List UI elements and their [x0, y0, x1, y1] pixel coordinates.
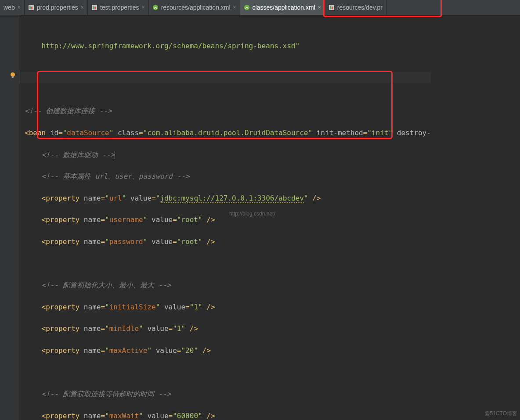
- comment-create-db: <!-- 创建数据库连接 -->: [25, 107, 112, 115]
- svg-rect-10: [332, 7, 333, 9]
- svg-point-11: [11, 72, 15, 77]
- svg-rect-9: [330, 6, 331, 9]
- comment-basic-props: <!-- 基本属性 url、user、password -->: [42, 172, 190, 180]
- tab-web[interactable]: web ×: [0, 0, 25, 15]
- intention-bulb-icon[interactable]: [10, 72, 16, 78]
- file-label: resources/application.xml: [161, 4, 231, 11]
- close-icon[interactable]: ×: [318, 4, 321, 11]
- schema-url: http://www.springframework.org/schema/be…: [42, 42, 300, 50]
- file-label: test.properties: [100, 4, 139, 11]
- code-editor[interactable]: http://www.springframework.org/schema/be…: [0, 15, 520, 420]
- properties-file-icon: [91, 4, 98, 11]
- tab-test-properties[interactable]: test.properties ×: [88, 0, 149, 15]
- spring-xml-icon: [244, 4, 250, 11]
- file-label: classes/application.xml: [253, 4, 315, 11]
- svg-rect-2: [31, 7, 32, 9]
- svg-rect-5: [94, 7, 96, 9]
- file-label: resources/dev.pr: [337, 4, 383, 11]
- editor-gutter: [0, 15, 19, 420]
- comment-max-wait: <!-- 配置获取连接等待超时的时间 -->: [42, 390, 171, 398]
- spring-xml-icon: [152, 4, 159, 11]
- svg-rect-12: [12, 76, 14, 78]
- properties-file-icon: [329, 4, 335, 11]
- file-label: web: [4, 4, 15, 11]
- tab-classes-application-xml[interactable]: classes/application.xml ×: [240, 0, 325, 15]
- close-icon[interactable]: ×: [233, 4, 236, 11]
- code-area[interactable]: http://www.springframework.org/schema/be…: [19, 15, 431, 420]
- close-icon[interactable]: ×: [18, 4, 21, 11]
- editor-tab-bar: web × prod.properties × test.properties …: [0, 0, 520, 15]
- close-icon[interactable]: ×: [81, 4, 84, 11]
- properties-file-icon: [28, 4, 34, 11]
- svg-rect-1: [29, 6, 31, 9]
- tab-prod-properties[interactable]: prod.properties ×: [25, 0, 88, 15]
- svg-rect-4: [93, 6, 94, 9]
- comment-db-driver: <!-- 数据库驱动 -->: [42, 151, 115, 159]
- comment-init-size: <!-- 配置初始化大小、最小、最大 -->: [42, 281, 171, 289]
- tab-resources-dev-properties[interactable]: resources/dev.pr: [325, 0, 386, 15]
- file-label: prod.properties: [37, 4, 78, 11]
- tab-resources-application-xml[interactable]: resources/application.xml ×: [149, 0, 240, 15]
- close-icon[interactable]: ×: [142, 4, 145, 11]
